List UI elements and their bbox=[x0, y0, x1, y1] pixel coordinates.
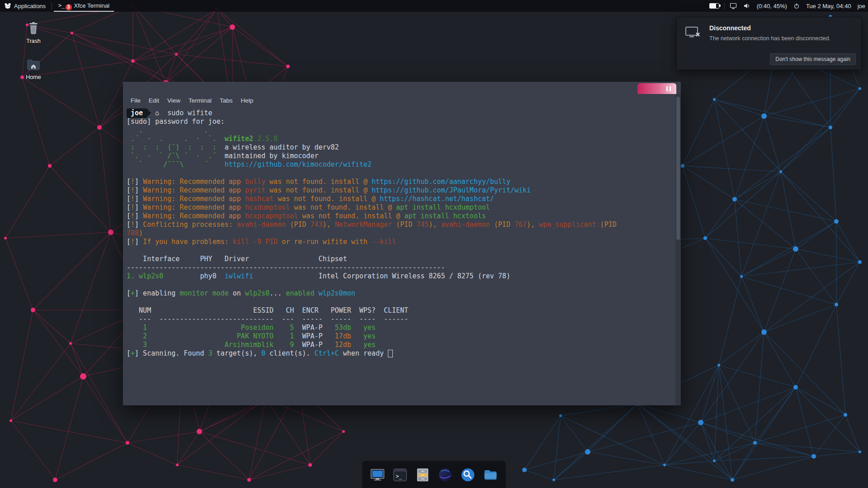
dock-item-show-desktop[interactable] bbox=[368, 466, 387, 484]
terminal-line: 3 Arsihmimblik 9 WPA-P 12db yes bbox=[127, 341, 675, 349]
clock-text: Tue 2 May, 04:40 bbox=[806, 3, 851, 9]
terminal-line: : : : (¯) : : : a wireless auditor by de… bbox=[127, 143, 675, 152]
window-decoration-tab[interactable] bbox=[637, 83, 676, 94]
user-label: joe bbox=[858, 3, 865, 9]
user-menu[interactable]: joe bbox=[854, 0, 868, 12]
pause-icon bbox=[666, 86, 668, 91]
desktop-icon-trash[interactable]: Trash bbox=[13, 21, 54, 44]
terminal-line: `. · ` /¯\ ´ · .´ maintained by kimocode… bbox=[127, 152, 675, 160]
notification-body: The network connection has been disconne… bbox=[709, 35, 854, 42]
panel-separator bbox=[52, 3, 52, 9]
terminal-line bbox=[127, 298, 675, 306]
search-icon bbox=[459, 466, 476, 483]
power-manager-plugin[interactable] bbox=[790, 0, 803, 12]
terminal-line: --- ---------------------------- --- ---… bbox=[127, 315, 675, 324]
terminal-line: [!] Warning: Recommended app hcxpcapngto… bbox=[127, 212, 675, 221]
terminal-line: [!] If you have problems: kill -9 PID or… bbox=[127, 238, 675, 246]
terminal-line: [!] Warning: Recommended app hashcat was… bbox=[127, 195, 675, 203]
terminal-line: ----------------------------------------… bbox=[127, 263, 675, 272]
terminal-scrollbar[interactable] bbox=[675, 94, 681, 405]
home-folder-icon bbox=[26, 57, 41, 72]
menu-edit[interactable]: Edit bbox=[145, 96, 163, 105]
terminal-line: 2 PAK NYOTO 1 WPA-P 17db yes bbox=[127, 332, 675, 341]
terminal-line: [+] Scanning. Found 3 target(s), 0 clien… bbox=[127, 349, 675, 358]
terminal-line bbox=[127, 281, 675, 289]
terminal-line: NUM ESSID CH ENCR POWER WPS? CLIENT bbox=[127, 306, 675, 315]
battery-status[interactable]: (0:40, 45%) bbox=[754, 0, 790, 12]
taskbar-item-xfce-terminal[interactable]: >_ 3 Xfce Terminal bbox=[54, 0, 114, 12]
menu-terminal[interactable]: Terminal bbox=[184, 96, 216, 105]
file-cabinet-icon bbox=[414, 466, 431, 483]
terminal-line: .´ · . . · `. wifite2 2.5.8 bbox=[127, 135, 675, 143]
dock-item-terminal[interactable]: >_ bbox=[391, 466, 409, 484]
menu-help[interactable]: Help bbox=[237, 96, 258, 105]
applications-menu-button[interactable]: Applications bbox=[0, 0, 50, 12]
notification-title: Disconnected bbox=[709, 24, 854, 32]
display-settings-plugin[interactable] bbox=[726, 0, 740, 12]
terminal-task-badge: 3 bbox=[66, 4, 72, 10]
network-disconnected-icon bbox=[685, 26, 701, 41]
web-browser-icon bbox=[437, 466, 454, 483]
applications-label: Applications bbox=[14, 3, 46, 9]
terminal-line: 788) bbox=[127, 229, 675, 238]
panel-separator bbox=[724, 3, 725, 9]
terminal-line: [!] Conflicting processes: avahi-daemon … bbox=[127, 221, 675, 229]
dismiss-notification-button[interactable]: Don't show this message again bbox=[770, 53, 856, 65]
terminal-line: joe ⌂ sudo wifite bbox=[127, 109, 675, 117]
desktop-icon-home[interactable]: Home bbox=[13, 57, 54, 80]
home-label: Home bbox=[26, 74, 41, 80]
battery-icon bbox=[709, 3, 719, 9]
display-icon bbox=[730, 2, 737, 9]
dock: >_ bbox=[362, 461, 506, 488]
terminal-line: 1. wlp2s0 phy0 iwlwifi Intel Corporation… bbox=[127, 272, 675, 281]
battery-status-text: (0:40, 45%) bbox=[757, 3, 787, 9]
terminal-line bbox=[127, 246, 675, 255]
terminal-line: ` /¯¯¯\ ´ https://github.com/kimocoder/w… bbox=[127, 160, 675, 169]
battery-indicator-plugin[interactable] bbox=[706, 0, 722, 12]
terminal-line: [!] Warning: Recommended app pyrit was n… bbox=[127, 186, 675, 195]
speaker-icon bbox=[743, 2, 750, 9]
terminal-line: . . bbox=[127, 126, 675, 135]
file-manager-folder-icon bbox=[482, 466, 499, 483]
menu-view[interactable]: View bbox=[163, 96, 184, 105]
terminal-output[interactable]: joe ⌂ sudo wifite[sudo] password for joe… bbox=[123, 107, 675, 405]
volume-plugin[interactable] bbox=[740, 0, 754, 12]
terminal-line: 1 Poseidon 5 WPA-P 53db yes bbox=[127, 324, 675, 332]
terminal-line: [!] Warning: Recommended app bully was n… bbox=[127, 178, 675, 186]
menu-tabs[interactable]: Tabs bbox=[216, 96, 237, 105]
terminal-line bbox=[127, 169, 675, 178]
svg-text:>_: >_ bbox=[396, 473, 402, 479]
dock-item-web-browser[interactable] bbox=[436, 466, 454, 484]
dock-item-file-manager[interactable] bbox=[481, 466, 500, 484]
show-desktop-icon bbox=[369, 466, 386, 483]
terminal-line: [!] Warning: Recommended app hcxdumptool… bbox=[127, 203, 675, 212]
terminal-task-icon: >_ bbox=[58, 2, 65, 9]
power-icon bbox=[793, 3, 800, 9]
terminal-app-icon: >_ bbox=[392, 466, 409, 483]
dock-item-file-cabinet[interactable] bbox=[414, 466, 432, 484]
clock-plugin[interactable]: Tue 2 May, 04:40 bbox=[803, 0, 854, 12]
terminal-line: [+] enabling monitor mode on wlp2s0... e… bbox=[127, 289, 675, 298]
terminal-line: Interface PHY Driver Chipset bbox=[127, 255, 675, 263]
dock-item-search[interactable] bbox=[459, 466, 477, 484]
xfce-logo-icon bbox=[4, 2, 11, 9]
notification-popup: Disconnected The network connection has … bbox=[676, 17, 862, 70]
terminal-window[interactable]: File Edit View Terminal Tabs Help joe ⌂ … bbox=[123, 82, 681, 405]
scrollbar-thumb[interactable] bbox=[676, 97, 680, 240]
trash-label: Trash bbox=[26, 38, 41, 44]
top-panel: Applications >_ 3 Xfce Terminal (0:40, bbox=[0, 0, 868, 12]
terminal-task-label: Xfce Terminal bbox=[74, 2, 110, 9]
terminal-line: [sudo] password for joe: bbox=[127, 117, 675, 126]
terminal-titlebar[interactable] bbox=[123, 82, 681, 94]
menu-file[interactable]: File bbox=[127, 96, 145, 105]
trash-icon bbox=[26, 21, 41, 36]
terminal-menubar: File Edit View Terminal Tabs Help bbox=[123, 94, 681, 107]
